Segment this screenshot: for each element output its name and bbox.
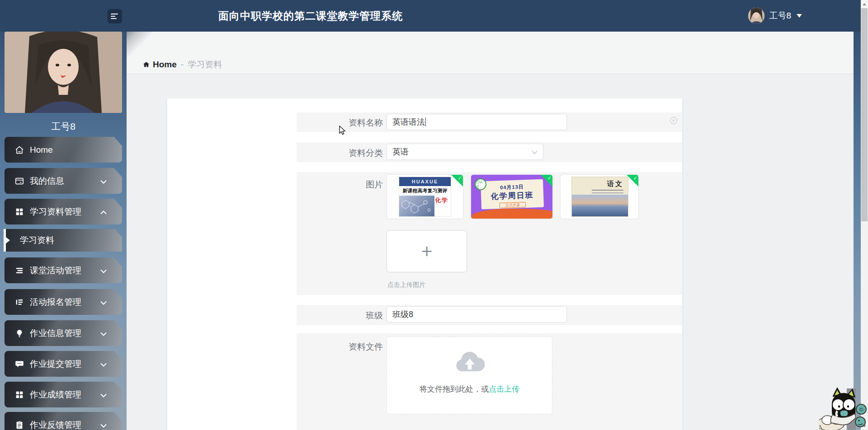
sidebar-item-label: 学习资料管理 [30, 206, 81, 218]
profile-name: 工号8 [0, 120, 127, 133]
check-icon: ✓ [633, 175, 637, 181]
chevron-down-icon [100, 390, 107, 400]
sidebar-item-activity-signup-mgmt[interactable]: 活动报名管理 [5, 289, 122, 315]
clear-icon[interactable] [670, 117, 678, 126]
user-menu[interactable]: 工号8 [748, 0, 802, 32]
page-scrollbar[interactable] [861, 0, 868, 430]
list-indent-icon [14, 297, 24, 307]
sidebar-item-label: Home [30, 145, 53, 155]
app-window: 面向中职学校的第二课堂教学管理系统 工号8 [0, 0, 868, 430]
class-input[interactable]: 班级8 [387, 306, 567, 322]
active-indicator-arrow [6, 237, 10, 243]
field-label-images: 图片 [297, 179, 383, 191]
chevron-up-icon [100, 207, 107, 217]
user-avatar[interactable] [748, 8, 764, 24]
uploaded-image-chemistry-sunday-class[interactable]: 04月13日 化学周日班 正式开课 已认证 ✓ [471, 174, 553, 219]
main-content: Home - 学习资料 资料名称 英语语法 资料分类 英语 [127, 32, 854, 430]
chevron-down-icon [100, 266, 107, 276]
poster: 04月13日 化学周日班 正式开课 已认证 [471, 175, 552, 219]
sidebar-item-study-material-mgmt[interactable]: 学习资料管理 [5, 199, 122, 224]
chevron-down-icon [100, 359, 107, 369]
chevron-down-icon [100, 420, 107, 430]
drop-hint-text: 将文件拖到此处，或 [420, 385, 489, 393]
file-dropzone[interactable]: 将文件拖到此处，或点击上传 [387, 337, 552, 414]
check-icon: ✓ [547, 175, 552, 181]
sidebar-item-label: 课堂活动管理 [30, 265, 81, 276]
text-cursor [425, 117, 426, 126]
upload-cloud-icon [453, 351, 486, 376]
hamburger-icon [111, 12, 119, 20]
sidebar-item-my-info[interactable]: 我的信息 [5, 168, 122, 194]
sidebar-toggle-button[interactable] [108, 9, 122, 23]
sidebar-item-homework-info-mgmt[interactable]: 作业信息管理 [5, 320, 122, 346]
sidebar-subitem-label: 学习资料 [20, 234, 54, 246]
id-card-icon [14, 176, 24, 186]
breadcrumb-current: 学习资料 [188, 59, 222, 70]
breadcrumb-bar: Home - 学习资料 [127, 32, 854, 74]
chevron-down-icon [100, 328, 107, 338]
sidebar-item-label: 作业信息管理 [30, 327, 81, 339]
click-to-upload-link[interactable]: 点击上传 [489, 385, 519, 393]
material-name-input[interactable]: 英语语法 [387, 114, 567, 130]
breadcrumb-home-link[interactable]: Home [142, 60, 177, 70]
scrollbar-up-button[interactable] [861, 0, 868, 8]
sidebar-item-homework-submit-mgmt[interactable]: 作业提交管理 [5, 351, 122, 377]
house-icon [142, 61, 150, 68]
chevron-down-icon [100, 297, 107, 307]
sidebar-item-class-activity-mgmt[interactable]: 课堂活动管理 [5, 257, 122, 283]
chevron-down-icon [532, 147, 538, 157]
field-label-class: 班级 [297, 310, 383, 322]
chevron-down-icon [100, 176, 107, 186]
field-label-material-file: 资料文件 [297, 341, 383, 353]
form-card: 资料名称 英语语法 资料分类 英语 图片 [167, 98, 682, 430]
plus-icon: + [421, 242, 433, 261]
uploaded-image-chemistry-book[interactable]: HUAXUE 新课程高考复习测评 化学 ✓ [387, 174, 463, 219]
sidebar-item-home[interactable]: Home [5, 137, 122, 163]
list-icon [14, 266, 24, 276]
sidebar-item-label: 作业成绩管理 [30, 389, 81, 401]
breadcrumb: Home - 学习资料 [142, 59, 222, 70]
caret-down-icon [797, 14, 802, 18]
home-icon [14, 145, 24, 155]
sidebar-item-homework-grade-mgmt[interactable]: 作业成绩管理 [5, 382, 122, 407]
check-icon: ✓ [458, 175, 462, 181]
clipboard-icon [14, 420, 24, 430]
sidebar-item-label: 作业反馈管理 [30, 419, 81, 430]
lightbulb-icon [14, 328, 24, 338]
book-cover: 语文 [571, 177, 628, 217]
page-title: 面向中职学校的第二课堂教学管理系统 [218, 0, 403, 32]
material-category-select[interactable]: 英语 [387, 144, 543, 160]
uploaded-image-chinese-textbook[interactable]: 语文 ✓ [560, 174, 639, 219]
field-label-material-name: 资料名称 [297, 117, 383, 129]
image-upload-hint: 点击上传图片 [387, 281, 425, 289]
certified-badge: 已认证 [475, 178, 486, 190]
breadcrumb-separator: - [181, 60, 184, 70]
grid-icon [14, 207, 24, 217]
user-name: 工号8 [769, 10, 791, 22]
sidebar-subitem-study-material[interactable]: 学习资料 [4, 229, 122, 252]
profile-photo [5, 32, 122, 113]
sidebar: 工号8 Home 我的信息 [0, 32, 127, 430]
grid-icon [14, 390, 24, 400]
add-image-upload-button[interactable]: + [387, 230, 467, 272]
sidebar-item-label: 作业提交管理 [30, 358, 81, 370]
sidebar-item-label: 活动报名管理 [30, 296, 81, 308]
sidebar-item-homework-feedback-mgmt[interactable]: 作业反馈管理 [5, 412, 122, 430]
sidebar-item-label: 我的信息 [30, 175, 64, 187]
scrollbar-thumb[interactable] [861, 8, 868, 221]
scrollbar-down-button[interactable] [861, 422, 868, 430]
page-fold-decoration [127, 32, 155, 60]
chat-icon [14, 359, 24, 369]
book-cover: HUAXUE 新课程高考复习测评 化学 [399, 177, 451, 217]
top-header-bar: 面向中职学校的第二课堂教学管理系统 工号8 [0, 0, 861, 32]
field-label-material-category: 资料分类 [297, 147, 383, 159]
